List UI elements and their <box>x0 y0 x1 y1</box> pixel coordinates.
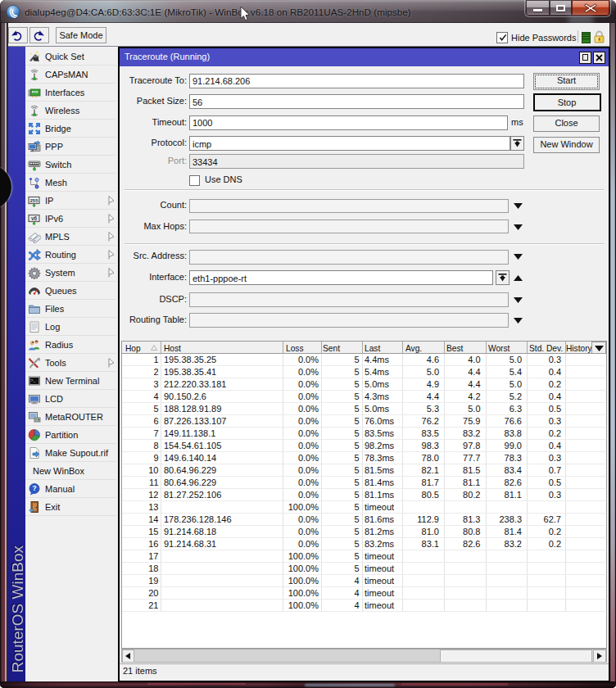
svg-text:255: 255 <box>29 198 38 203</box>
svg-text:>_: >_ <box>31 378 37 383</box>
svg-text:?: ? <box>32 484 36 492</box>
svg-text:v6: v6 <box>31 215 38 221</box>
